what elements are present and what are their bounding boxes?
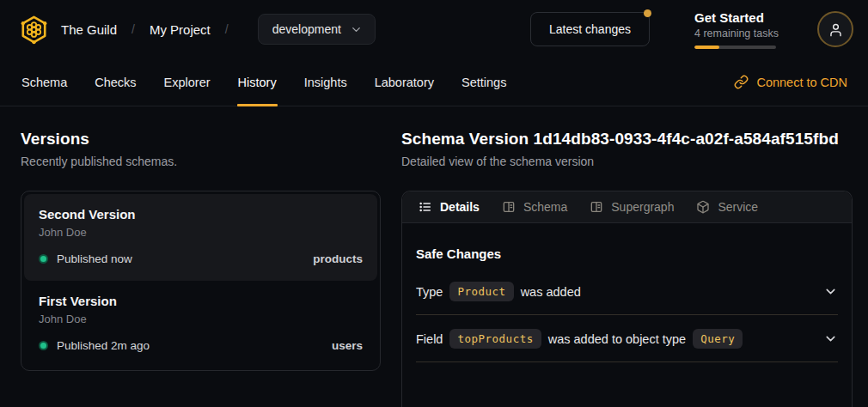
version-meta-row: Published 2m ago users <box>39 339 363 352</box>
link-icon <box>734 75 749 89</box>
detail-tab-label: Schema <box>523 200 567 214</box>
safe-changes-heading: Safe Changes <box>416 246 838 261</box>
guild-hive-logo-icon[interactable] <box>18 14 50 46</box>
chevron-down-icon <box>350 23 363 36</box>
detail-tab-schema[interactable]: Schema <box>491 191 578 222</box>
version-author: John Doe <box>39 313 363 325</box>
target-selector-value: development <box>272 22 341 36</box>
notification-dot <box>644 9 651 17</box>
get-started-title: Get Started <box>694 10 776 25</box>
versions-list: Second Version John Doe Published now pr… <box>21 191 381 371</box>
tab-explorer[interactable]: Explorer <box>163 58 211 106</box>
version-name: First Version <box>39 294 363 308</box>
breadcrumb-org[interactable]: The Guild <box>61 22 117 37</box>
breadcrumb-separator: / <box>225 22 229 36</box>
version-meta-row: Published now products <box>39 252 363 265</box>
version-name: Second Version <box>39 207 363 222</box>
tab-settings[interactable]: Settings <box>461 58 507 106</box>
connect-to-cdn-link[interactable]: Connect to CDN <box>734 58 847 106</box>
schema-version-title: Schema Version 1d14db83-0933-4f4c-a02f-a… <box>401 130 853 149</box>
change-code-chip: Product <box>449 282 513 301</box>
change-row[interactable]: Type Product was added <box>416 268 838 315</box>
change-text: was added to object type <box>548 332 686 346</box>
get-started-progress-fill <box>694 46 719 49</box>
change-row[interactable]: Field topProducts was added to object ty… <box>416 315 838 362</box>
schema-version-detail-panel: Details Schema <box>401 191 853 407</box>
user-icon <box>828 21 844 38</box>
columns-icon <box>590 200 603 214</box>
tab-checks[interactable]: Checks <box>94 58 137 106</box>
app-header: The Guild / My Project / development Lat… <box>0 0 868 58</box>
version-list-item[interactable]: Second Version John Doe Published now pr… <box>24 194 377 281</box>
get-started-widget[interactable]: Get Started 4 remaining tasks <box>694 10 776 49</box>
change-code-chip: Query <box>693 329 743 349</box>
change-text: was added <box>521 285 581 299</box>
change-text: Field <box>416 332 443 346</box>
target-selector-dropdown[interactable]: development <box>258 14 376 45</box>
list-icon <box>419 200 432 214</box>
tab-schema[interactable]: Schema <box>21 58 68 106</box>
published-label: Published 2m ago <box>57 339 150 352</box>
version-author: John Doe <box>39 226 363 239</box>
chevron-down-icon[interactable] <box>823 331 838 346</box>
tab-history[interactable]: History <box>237 58 278 106</box>
connect-to-cdn-label: Connect to CDN <box>756 76 847 89</box>
published-status-icon <box>39 341 48 350</box>
detail-tab-supergraph[interactable]: Supergraph <box>578 191 685 222</box>
change-text: Type <box>416 285 443 299</box>
get-started-progress-track <box>694 46 776 49</box>
detail-tab-label: Details <box>440 200 480 214</box>
detail-tab-label: Supergraph <box>611 200 674 214</box>
versions-subtitle: Recently published schemas. <box>21 155 381 168</box>
project-nav-tabs: Schema Checks Explorer History Insights … <box>0 58 868 106</box>
get-started-subtitle: 4 remaining tasks <box>694 27 776 39</box>
change-code-chip: topProducts <box>449 329 541 349</box>
published-status-icon <box>39 254 48 264</box>
breadcrumb-separator: / <box>131 22 135 36</box>
tab-insights[interactable]: Insights <box>303 58 348 106</box>
version-list-item[interactable]: First Version John Doe Published 2m ago … <box>24 281 377 368</box>
published-label: Published now <box>57 252 132 265</box>
service-name-badge: products <box>313 252 363 265</box>
user-avatar-button[interactable] <box>817 11 853 47</box>
header-right-group: Latest changes Get Started 4 remaining t… <box>530 10 853 49</box>
chevron-down-icon[interactable] <box>823 284 838 299</box>
detail-tab-bar: Details Schema <box>402 191 852 223</box>
schema-version-detail-column: Schema Version 1d14db83-0933-4f4c-a02f-a… <box>401 124 853 407</box>
cube-icon <box>696 200 710 214</box>
tab-laboratory[interactable]: Laboratory <box>374 58 435 106</box>
main-content: Versions Recently published schemas. Sec… <box>0 106 868 407</box>
detail-tab-details[interactable]: Details <box>407 191 491 222</box>
latest-changes-button[interactable]: Latest changes <box>530 12 650 46</box>
versions-column: Versions Recently published schemas. Sec… <box>21 124 381 407</box>
versions-title: Versions <box>21 130 381 149</box>
columns-icon <box>502 200 516 214</box>
schema-version-subtitle: Detailed view of the schema version <box>401 155 853 168</box>
detail-content: Safe Changes Type Product was added Fiel… <box>402 223 852 362</box>
breadcrumb: The Guild / My Project / <box>61 22 243 37</box>
detail-tab-service[interactable]: Service <box>685 191 769 222</box>
service-name-badge: users <box>332 339 363 352</box>
breadcrumb-project[interactable]: My Project <box>150 22 211 37</box>
detail-tab-label: Service <box>718 200 758 214</box>
